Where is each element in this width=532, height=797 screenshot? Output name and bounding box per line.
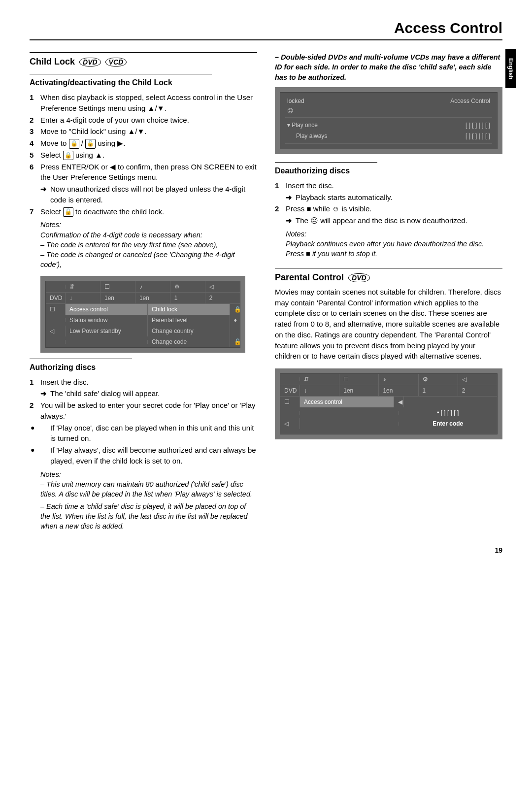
step-num: 2 — [30, 115, 33, 126]
deauthorizing-heading: Deauthorizing discs — [275, 166, 502, 175]
osd-title: Access Control — [450, 98, 490, 104]
step-num: 2 — [30, 400, 33, 411]
result-text: The ☹ will appear and the disc is now de… — [296, 216, 467, 225]
activating-steps: 1When disc playback is stopped, select A… — [30, 92, 257, 217]
osd-top-icon: ⚙ — [170, 281, 205, 292]
bullet-text: If 'Play once', disc can be played when … — [50, 424, 254, 443]
step-text: to deactivate the child lock. — [73, 207, 164, 216]
page-title: Access Control — [30, 20, 502, 40]
osd-locked-label: locked — [287, 98, 304, 104]
dvd-icon: DVD — [348, 273, 370, 282]
right-column: – Double-sided DVDs and multi-volume VCD… — [275, 49, 502, 531]
step-text: You will be asked to enter your secret c… — [40, 401, 256, 420]
osd-code-slots: [ ] [ ] [ ] [ ] — [466, 133, 490, 139]
content-columns: Child Lock DVD VCD Activating/deactivati… — [30, 49, 502, 531]
result-text: Playback starts automatically. — [296, 193, 392, 201]
step-text: Press ■ while ☺ is visible. — [286, 204, 371, 213]
osd-menu-item: Child lock — [148, 304, 230, 315]
sad-face-icon: ☹ — [287, 107, 294, 114]
step-text: Insert the disc. — [40, 378, 89, 386]
osd-screenshot-locked: locked Access Control ☹ ▾ Play once [ ] … — [275, 87, 502, 154]
step-text: using ▶. — [96, 139, 125, 147]
osd-play-always: Play always — [296, 133, 327, 139]
notes-heading: Notes: — [286, 229, 502, 239]
step-text: Move to — [40, 139, 69, 147]
osd-menu-item: Access control — [66, 304, 148, 315]
child-lock-heading: Child Lock DVD VCD — [30, 57, 257, 67]
osd-dvd-label: DVD — [46, 293, 66, 303]
notes-heading: Notes: — [40, 469, 257, 479]
step-text: Enter a 4-digit code of your own choice … — [40, 116, 189, 124]
step-text: Move to "Child lock" using ▲/▼. — [40, 127, 146, 135]
osd-code-slots: • [ ] [ ] [ ] — [399, 407, 498, 418]
activating-heading: Activating/deactivating the Child Lock — [30, 78, 257, 87]
osd-dvd-label: DVD — [280, 385, 300, 396]
child-lock-label: Child Lock — [30, 57, 75, 66]
step-num: 2 — [275, 203, 279, 214]
osd-value: 1en — [135, 293, 170, 303]
step-text: When disc playback is stopped, select Ac… — [40, 93, 253, 112]
osd-menu-item: Change country — [148, 326, 230, 336]
step-num: 6 — [30, 162, 33, 172]
notes-line: – The code is changed or canceled (see '… — [40, 250, 257, 270]
notes-line: – This unit memory can maintain 80 autho… — [40, 479, 257, 499]
step-num: 1 — [30, 92, 33, 103]
osd-menu-item: Access control — [300, 397, 394, 407]
left-column: Child Lock DVD VCD Activating/deactivati… — [30, 49, 257, 531]
dvd-icon: DVD — [79, 58, 101, 66]
osd-value: 1 — [170, 293, 205, 303]
deauthorizing-steps: 1Insert the disc. Playback starts automa… — [275, 180, 502, 226]
lock-open-icon: 🔓 — [85, 139, 96, 148]
authorizing-steps: 1Insert the disc. The 'child safe' dialo… — [30, 377, 257, 466]
osd-value: 2 — [205, 293, 240, 303]
notes-line: – Each time a 'child safe' disc is playe… — [40, 501, 257, 531]
osd-code-slots: [ ] [ ] [ ] [ ] — [466, 122, 490, 129]
step-text: Insert the disc. — [286, 181, 334, 190]
step-num: 1 — [30, 377, 33, 388]
step-num: 3 — [30, 126, 33, 137]
page-number: 19 — [30, 546, 502, 554]
result-text: Now unauthorized discs will not be playe… — [50, 185, 245, 204]
osd-value: 2 — [458, 385, 497, 396]
parental-body: Movies may contain scenes not suitable f… — [275, 287, 502, 362]
osd-play-once: ▾ Play once — [287, 122, 318, 129]
parental-heading: Parental Control DVD — [275, 272, 502, 283]
notes-block: Notes: Confirmation of the 4-digit code … — [30, 220, 257, 269]
osd-value: 1en — [339, 385, 379, 396]
language-tab: English — [505, 49, 516, 88]
osd-top-icon: ◁ — [205, 281, 240, 292]
osd-value: 1en — [100, 293, 135, 303]
notes-block: Notes: – This unit memory can maintain 8… — [30, 469, 257, 531]
osd-top-icon: ♪ — [135, 281, 170, 292]
osd-screenshot-entercode: ⇵☐♪⚙◁ DVD ↓ 1en 1en 1 2 ☐ Access control… — [275, 368, 502, 439]
step-text: / — [79, 139, 86, 147]
notes-line: Confirmation of the 4-digit code is nece… — [40, 230, 257, 240]
osd-menu-item: Low Power standby — [66, 326, 148, 336]
bullet-text: If 'Play always', disc will become autho… — [50, 446, 256, 465]
osd-value: 1en — [379, 385, 418, 396]
step-text: Select — [40, 207, 63, 216]
notes-block: Notes: Playback continues even after you… — [275, 229, 502, 259]
parental-label: Parental Control — [275, 272, 344, 282]
step-num: 4 — [30, 138, 33, 149]
notes-heading: Notes: — [40, 220, 257, 230]
osd-top-icon: ⇵ — [66, 281, 100, 292]
lock-closed-icon: 🔒 — [69, 139, 79, 148]
osd-screenshot-settings: ⇵ ☐ ♪ ⚙ ◁ DVD ↓ 1en 1en 1 2 ☐ Access con… — [40, 276, 245, 353]
step-text: Press ENTER/OK or ◀ to confirm, then pre… — [40, 163, 257, 182]
step-num: 1 — [275, 180, 279, 191]
result-text: The 'child safe' dialog will appear. — [50, 389, 160, 398]
notes-line: Playback continues even after you have d… — [286, 239, 502, 259]
step-text: Select — [40, 151, 63, 159]
step-num: 5 — [30, 150, 33, 161]
step-text: using ▲. — [73, 151, 104, 159]
lock-closed-icon: 🔒 — [63, 151, 73, 160]
step-num: 7 — [30, 206, 33, 217]
osd-menu-item: Parental level — [148, 315, 230, 326]
authorizing-heading: Authorizing discs — [30, 363, 257, 372]
notes-line: – The code is entered for the very first… — [40, 240, 257, 250]
osd-menu-item: Change code — [148, 336, 230, 347]
osd-value: 1 — [419, 385, 458, 396]
osd-menu-item: Status window — [66, 315, 148, 326]
osd-top-icon: ☐ — [100, 281, 135, 292]
